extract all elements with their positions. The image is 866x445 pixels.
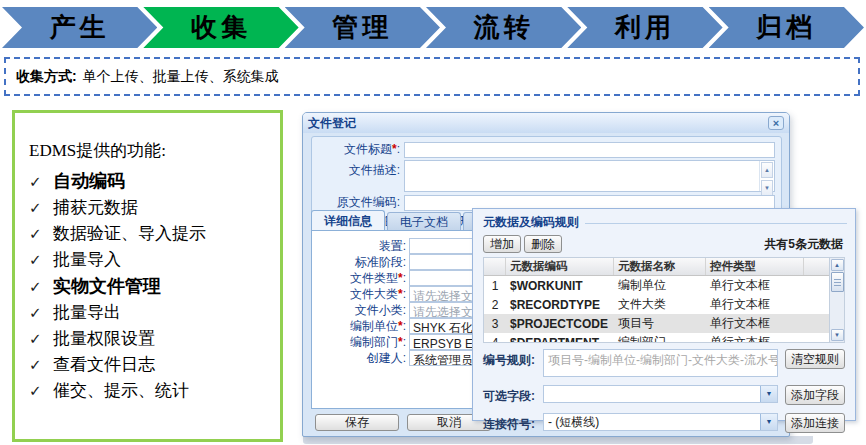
feature-item: ✓实物文件管理 — [29, 273, 272, 300]
chevron-down-icon[interactable]: ▼ — [760, 414, 777, 430]
feature-item: ✓查看文件日志 — [29, 352, 272, 378]
flow-step-label: 收集 — [191, 10, 251, 45]
add-connector-button[interactable]: 添加连接 — [785, 413, 845, 433]
feature-item: ✓批量导入 — [29, 247, 272, 273]
check-icon: ✓ — [29, 221, 53, 247]
check-icon: ✓ — [29, 274, 53, 300]
field-label: 文件大类*: — [312, 286, 406, 303]
legend-line — [585, 223, 847, 224]
flow-step-collect: 收集 — [143, 7, 298, 48]
form-row-description: 文件描述: ▲ ▼ — [312, 160, 775, 192]
table-row[interactable]: 1 $WORKUNIT 编制单位 单行文本框 — [484, 276, 829, 295]
field-label: 连接符号: — [483, 413, 543, 433]
column-header-type: 控件类型 — [706, 258, 804, 275]
feature-item: ✓自动编码 — [29, 168, 272, 195]
feature-item: ✓催交、提示、统计 — [29, 378, 272, 404]
close-icon[interactable]: × — [768, 116, 784, 130]
clear-rule-button[interactable]: 清空规则 — [785, 349, 845, 369]
field-label: 可选字段: — [483, 385, 543, 405]
flow-step-archive: 归档 — [709, 7, 864, 48]
window-bottom-edge — [303, 436, 813, 444]
check-icon: ✓ — [29, 195, 53, 221]
panel-title: 元数据及编码规则 — [483, 214, 579, 231]
column-header-index — [484, 258, 506, 275]
collection-method-note: 收集方式: 单个上传、批量上传、系统集成 — [4, 57, 860, 96]
field-label: 标准阶段: — [312, 254, 406, 271]
check-icon: ✓ — [29, 352, 53, 378]
flow-step-manage: 管理 — [285, 7, 440, 48]
tab-detail-info[interactable]: 详细信息 — [311, 210, 385, 231]
check-icon: ✓ — [29, 378, 53, 404]
metadata-toolbar: 增加 删除 共有5条元数据 — [483, 235, 843, 253]
process-flow: 产生 收集 管理 流转 利用 归档 — [2, 7, 864, 48]
flow-step-label: 利用 — [615, 10, 675, 45]
dialog-titlebar: 文件登记 × — [303, 113, 789, 133]
optional-field-row: 可选字段: ▼ 添加字段 — [473, 385, 855, 405]
collection-method-text: 单个上传、批量上传、系统集成 — [83, 68, 279, 86]
table-row[interactable]: 2 $RECORDTYPE 文件大类 单行文本框 — [484, 295, 829, 314]
flow-step-circulate: 流转 — [426, 7, 581, 48]
scroll-up-icon[interactable]: ▲ — [831, 259, 844, 271]
file-title-input[interactable] — [404, 142, 775, 158]
flow-step-produce: 产生 — [2, 7, 157, 48]
feature-item: ✓批量导出 — [29, 300, 272, 326]
field-label: 文件小类: — [312, 302, 406, 319]
feature-item: ✓数据验证、导入提示 — [29, 221, 272, 247]
save-button[interactable]: 保存 — [315, 414, 399, 431]
flow-step-label: 管理 — [332, 10, 392, 45]
column-header-code: 元数据编码 — [506, 258, 614, 275]
chevron-down-icon[interactable]: ▼ — [760, 386, 777, 402]
file-description-textarea[interactable]: ▲ ▼ — [404, 160, 775, 192]
flow-step-label: 流转 — [474, 10, 534, 45]
field-label: 文件标题*: — [312, 141, 400, 158]
table-header: 元数据编码 元数据名称 控件类型 — [484, 258, 829, 276]
scroll-down-icon[interactable]: ▼ — [831, 329, 844, 341]
field-label: 装置: — [312, 238, 406, 255]
panel-header: 元数据及编码规则 — [473, 209, 855, 231]
top-form: 文件标题*: 文件描述: ▲ ▼ 原文件编码: 公开范围: — [311, 136, 782, 218]
field-label: 编制部门*: — [312, 334, 406, 351]
collection-method-label: 收集方式: — [16, 68, 77, 86]
field-label: 创建人: — [312, 350, 406, 367]
table-row[interactable]: 4 $DEPARTMENT 编制部门 单行文本框 — [484, 333, 829, 342]
textarea-scroll: ▲ ▼ — [759, 161, 774, 191]
metadata-rules-panel: 元数据及编码规则 增加 删除 共有5条元数据 元数据编码 元数据名称 控件类型 … — [472, 208, 856, 421]
field-label: 原文件编码: — [312, 194, 400, 211]
metadata-count: 共有5条元数据 — [764, 236, 843, 253]
flow-step-label: 归档 — [756, 10, 816, 45]
connector-select[interactable]: - (短横线) ▼ — [543, 413, 778, 431]
field-label: 文件描述: — [312, 160, 400, 179]
table-row-selected[interactable]: 3 $PROJECTCODE 项目号 单行文本框 — [484, 314, 829, 333]
table-rows: 1 $WORKUNIT 编制单位 单行文本框 2 $RECORDTYPE 文件大… — [484, 276, 829, 342]
flow-step-utilize: 利用 — [567, 7, 722, 48]
flow-step-label: 产生 — [50, 10, 110, 45]
column-header-blank — [804, 258, 829, 275]
numbering-rule-input[interactable]: 项目号-编制单位-编制部门-文件大类-流水号 — [543, 349, 778, 377]
field-label: 文件类型*: — [312, 270, 406, 287]
check-icon: ✓ — [29, 326, 53, 352]
table-scrollbar[interactable]: ▲ ▼ — [829, 258, 844, 342]
column-header-name: 元数据名称 — [614, 258, 706, 275]
file-description-textarea-body[interactable] — [405, 161, 759, 191]
feature-item: ✓捕获元数据 — [29, 195, 272, 221]
dialog-buttons: 保存 取消 — [315, 414, 491, 431]
spin-up-icon[interactable]: ▲ — [761, 162, 773, 178]
field-label: 编号规则: — [483, 349, 543, 369]
check-icon: ✓ — [29, 169, 53, 195]
add-field-button[interactable]: 添加字段 — [785, 385, 845, 405]
dialog-title: 文件登记 — [308, 115, 768, 132]
check-icon: ✓ — [29, 247, 53, 273]
tab-electronic-doc[interactable]: 电子文档 — [387, 212, 461, 231]
connector-row: 连接符号: - (短横线) ▼ 添加连接 — [473, 413, 855, 433]
add-metadata-button[interactable]: 增加 — [483, 235, 521, 253]
optional-field-select[interactable]: ▼ — [543, 385, 778, 403]
scrollbar-thumb[interactable] — [831, 272, 844, 292]
features-panel: EDMS提供的功能: ✓自动编码 ✓捕获元数据 ✓数据验证、导入提示 ✓批量导入… — [12, 110, 283, 442]
numbering-rule-row: 编号规则: 项目号-编制单位-编制部门-文件大类-流水号 清空规则 — [473, 349, 855, 377]
field-label: 编制单位*: — [312, 318, 406, 335]
feature-item: ✓批量权限设置 — [29, 326, 272, 352]
delete-metadata-button[interactable]: 删除 — [524, 235, 562, 253]
slide: 产生 收集 管理 流转 利用 归档 收集方式: 单个上传、批量上传、系统集成 E… — [0, 0, 866, 445]
metadata-table: 元数据编码 元数据名称 控件类型 1 $WORKUNIT 编制单位 单行文本框 … — [483, 257, 845, 343]
check-icon: ✓ — [29, 300, 53, 326]
